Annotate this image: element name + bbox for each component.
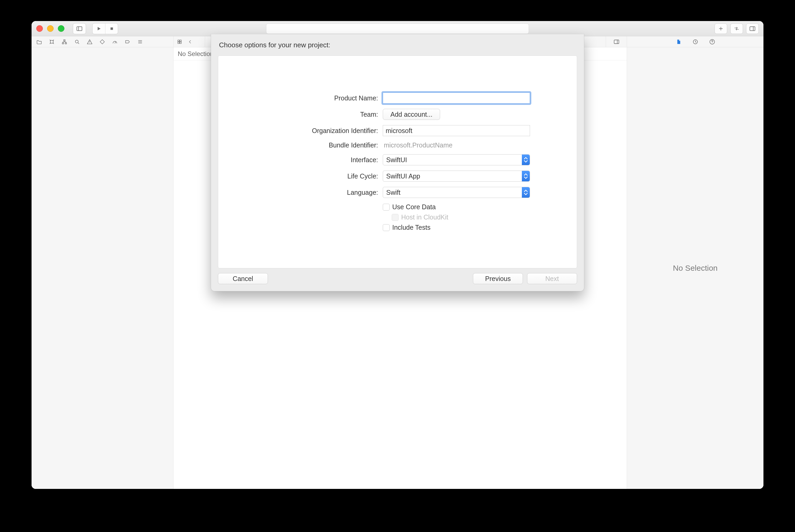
xcode-window: No Selection No Selection Choose options… xyxy=(32,21,763,489)
editor-jump-bar-controls xyxy=(173,36,205,47)
svg-rect-28 xyxy=(614,40,619,44)
team-label: Team: xyxy=(360,111,378,118)
life-cycle-value: SwiftUI App xyxy=(386,172,420,180)
org-identifier-input[interactable] xyxy=(383,125,530,136)
list-icon xyxy=(137,39,143,45)
org-identifier-label: Organization Identifier: xyxy=(312,127,378,135)
hierarchy-icon xyxy=(61,39,67,45)
cancel-button[interactable]: Cancel xyxy=(218,273,268,284)
project-navigator-tab[interactable] xyxy=(36,38,43,45)
library-button[interactable] xyxy=(715,23,727,34)
bundle-identifier-label: Bundle Identifier: xyxy=(329,141,378,149)
source-control-navigator-tab[interactable] xyxy=(49,38,55,45)
include-tests-checkbox[interactable]: Include Tests xyxy=(383,224,530,231)
add-account-button[interactable]: Add account... xyxy=(383,109,440,120)
find-navigator-tab[interactable] xyxy=(74,38,80,45)
life-cycle-label: Life Cycle: xyxy=(347,172,378,180)
test-navigator-tab[interactable] xyxy=(99,38,106,45)
stop-icon xyxy=(109,26,115,32)
sheet-footer: Cancel Previous Next xyxy=(218,273,577,284)
grid-icon xyxy=(177,39,182,44)
host-cloudkit-label: Host in CloudKit xyxy=(401,213,448,221)
source-control-icon xyxy=(49,39,55,45)
issue-navigator-tab[interactable] xyxy=(86,38,93,45)
team-field: Add account... xyxy=(383,109,530,120)
navigator-panel xyxy=(32,47,173,489)
related-items-button[interactable] xyxy=(176,38,184,45)
play-icon xyxy=(96,26,102,32)
run-controls xyxy=(92,23,118,34)
svg-rect-0 xyxy=(77,26,82,31)
language-popup[interactable]: Swift xyxy=(383,187,530,198)
life-cycle-popup[interactable]: SwiftUI App xyxy=(383,171,530,182)
svg-line-17 xyxy=(78,43,79,44)
plus-icon xyxy=(718,25,724,32)
svg-rect-25 xyxy=(180,40,182,41)
go-back-button[interactable] xyxy=(186,38,194,45)
stop-button[interactable] xyxy=(105,23,118,34)
sidebar-left-icon xyxy=(76,25,83,32)
interface-value: SwiftUI xyxy=(386,156,407,164)
updown-arrows-icon xyxy=(522,155,530,165)
svg-rect-24 xyxy=(178,40,179,41)
product-name-label: Product Name: xyxy=(334,94,378,102)
toggle-inspector-button[interactable] xyxy=(746,23,759,34)
folder-icon xyxy=(36,39,42,45)
search-icon xyxy=(74,39,80,45)
svg-point-19 xyxy=(89,43,90,43)
navigator-tabs xyxy=(32,36,173,47)
previous-button[interactable]: Previous xyxy=(473,273,523,284)
editor-no-selection-label: No Selection xyxy=(178,50,213,58)
breakpoint-navigator-tab[interactable] xyxy=(124,38,131,45)
breakpoint-icon xyxy=(125,39,130,45)
checkbox-icon xyxy=(392,214,399,221)
language-label: Language: xyxy=(347,189,378,196)
svg-rect-3 xyxy=(110,27,113,30)
code-review-button[interactable] xyxy=(730,23,743,34)
inspector-panel: No Selection xyxy=(627,47,763,489)
sidebar-right-icon xyxy=(613,39,620,45)
language-value: Swift xyxy=(386,189,400,196)
compare-arrows-icon xyxy=(733,26,740,32)
updown-arrows-icon xyxy=(522,171,530,182)
interface-label: Interface: xyxy=(351,156,378,164)
question-icon xyxy=(709,39,715,45)
clock-icon xyxy=(692,39,699,45)
inspector-tabs xyxy=(627,36,763,47)
file-inspector-tab[interactable] xyxy=(675,38,682,45)
debug-navigator-tab[interactable] xyxy=(112,38,118,45)
options-form-panel: Product Name: Team: Add account... Organ… xyxy=(218,55,577,268)
symbol-navigator-tab[interactable] xyxy=(61,38,68,45)
zoom-window-button[interactable] xyxy=(58,25,64,32)
minimize-window-button[interactable] xyxy=(47,25,54,32)
options-form: Product Name: Team: Add account... Organ… xyxy=(234,93,561,231)
use-core-data-label: Use Core Data xyxy=(392,203,436,211)
product-name-input[interactable] xyxy=(383,93,530,103)
history-inspector-tab[interactable] xyxy=(692,38,699,45)
sheet-title: Choose options for your new project: xyxy=(218,40,577,51)
run-button[interactable] xyxy=(93,23,105,34)
use-core-data-checkbox[interactable]: Use Core Data xyxy=(383,203,530,211)
gauge-icon xyxy=(112,39,118,45)
diamond-icon xyxy=(99,39,105,45)
document-icon xyxy=(676,39,681,45)
toggle-navigator-button[interactable] xyxy=(73,23,86,34)
checkbox-group: Use Core Data Host in CloudKit Include T… xyxy=(383,203,530,231)
titlebar-right-controls xyxy=(715,23,759,34)
sidebar-right-icon xyxy=(749,25,756,32)
checkbox-icon xyxy=(383,224,390,231)
next-button: Next xyxy=(527,273,577,284)
activity-status-bar[interactable] xyxy=(266,23,529,34)
editor-options-button[interactable] xyxy=(606,36,627,47)
updown-arrows-icon xyxy=(522,187,530,198)
checkbox-icon xyxy=(383,204,390,211)
sidebar-toggle-group xyxy=(73,23,86,34)
warning-icon xyxy=(87,39,93,45)
window-controls xyxy=(36,25,64,32)
svg-rect-26 xyxy=(178,42,179,43)
help-inspector-tab[interactable] xyxy=(709,38,716,45)
report-navigator-tab[interactable] xyxy=(137,38,144,45)
svg-line-20 xyxy=(115,42,116,43)
interface-popup[interactable]: SwiftUI xyxy=(383,154,530,165)
close-window-button[interactable] xyxy=(36,25,43,32)
